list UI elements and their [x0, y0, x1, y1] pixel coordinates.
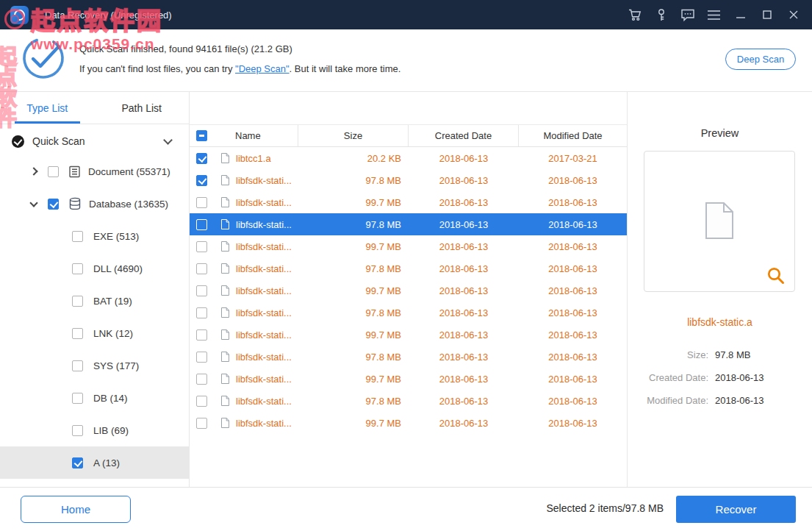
file-size: 97.8 MB [298, 396, 409, 407]
tree-type-item[interactable]: BAT (19) [0, 285, 189, 317]
file-created-date: 2018-06-13 [409, 374, 519, 385]
maximize-button[interactable] [758, 7, 775, 24]
type-label: LNK (12) [93, 328, 133, 339]
recover-button[interactable]: Recover [676, 496, 796, 523]
row-checkbox[interactable] [196, 175, 207, 186]
titlebar: Data Recovery (Unregistered) [0, 0, 812, 29]
deep-scan-link[interactable]: "Deep Scan" [235, 63, 290, 74]
close-button[interactable] [785, 7, 802, 24]
file-modified-date: 2018-06-13 [519, 219, 627, 230]
table-row[interactable]: libtcc1.a20.2 KB2018-06-132017-03-21 [190, 147, 627, 169]
table-row[interactable]: libfsdk-stati...99.7 MB2018-06-132018-06… [190, 279, 627, 302]
type-checkbox[interactable] [72, 328, 83, 339]
table-row[interactable]: libfsdk-stati...97.8 MB2018-06-132018-06… [190, 213, 627, 235]
row-checkbox[interactable] [196, 263, 207, 274]
cart-icon[interactable] [626, 7, 643, 24]
row-checkbox[interactable] [196, 329, 207, 341]
preview-file-icon [705, 202, 734, 242]
file-icon [220, 307, 230, 318]
tree-type-item[interactable]: SYS (177) [0, 349, 189, 382]
tree-type-item[interactable]: A (13) [0, 446, 189, 479]
type-checkbox[interactable] [72, 393, 83, 404]
preview-panel: Preview libfsdk-static.a Size:97.8 MB Cr… [627, 92, 812, 487]
tree-type-item[interactable]: LIB (69) [0, 414, 189, 446]
scan-root-row[interactable]: Quick Scan [0, 127, 189, 155]
feedback-icon[interactable] [679, 7, 696, 24]
row-checkbox[interactable] [196, 241, 207, 252]
file-size: 99.7 MB [298, 418, 409, 429]
file-modified-date: 2018-06-13 [519, 263, 627, 274]
row-checkbox[interactable] [196, 219, 207, 230]
preview-modified-label: Modified Date: [628, 395, 708, 406]
row-checkbox[interactable] [196, 418, 207, 429]
group-checkbox[interactable] [48, 166, 59, 177]
column-header-created-date[interactable]: Created Date [409, 125, 519, 146]
row-checkbox[interactable] [196, 396, 207, 407]
row-checkbox[interactable] [196, 307, 207, 318]
column-header-modified-date[interactable]: Modified Date [519, 125, 627, 146]
file-modified-date: 2018-06-13 [519, 396, 627, 407]
select-all-checkbox[interactable] [196, 130, 207, 141]
row-checkbox[interactable] [196, 197, 207, 208]
file-icon [220, 152, 230, 164]
row-checkbox[interactable] [196, 153, 207, 164]
type-checkbox[interactable] [72, 231, 83, 242]
file-list-panel: Name Size Created Date Modified Date lib… [190, 92, 627, 487]
file-name: libfsdk-stati... [236, 352, 292, 363]
sidebar: Type List Path List Quick Scan Document … [0, 92, 190, 487]
type-label: A (13) [93, 457, 120, 468]
table-row[interactable]: libfsdk-stati...97.8 MB2018-06-132018-06… [190, 346, 627, 368]
deep-scan-button[interactable]: Deep Scan [725, 49, 796, 70]
tree-type-item[interactable]: LNK (12) [0, 317, 189, 349]
column-header-name[interactable]: Name [213, 125, 298, 146]
preview-box [644, 151, 795, 292]
type-checkbox[interactable] [72, 296, 83, 307]
row-checkbox[interactable] [196, 285, 207, 296]
chevron-down-icon[interactable] [163, 135, 173, 145]
hint-prefix: If you can't find lost files, you can tr… [79, 63, 235, 74]
tree-type-item[interactable]: DLL (4690) [0, 252, 189, 285]
table-row[interactable]: libfsdk-stati...99.7 MB2018-06-132018-06… [190, 412, 627, 434]
scan-summary: Quick Scan finished, found 94161 file(s)… [79, 43, 292, 54]
type-label: LIB (69) [93, 425, 129, 436]
type-checkbox[interactable] [72, 360, 83, 371]
file-size: 99.7 MB [298, 285, 409, 296]
tab-path-list[interactable]: Path List [95, 92, 190, 124]
file-icon [220, 285, 230, 296]
tree-type-item[interactable]: DB (14) [0, 382, 189, 414]
column-header-size[interactable]: Size [298, 125, 409, 146]
file-icon [220, 373, 230, 385]
row-checkbox[interactable] [196, 352, 207, 363]
file-name: libfsdk-stati... [236, 241, 292, 252]
file-name: libfsdk-stati... [236, 418, 292, 429]
type-checkbox[interactable] [72, 425, 83, 436]
preview-file-name: libfsdk-static.a [628, 316, 812, 328]
type-checkbox[interactable] [72, 457, 83, 468]
table-row[interactable]: libfsdk-stati...97.8 MB2018-06-132018-06… [190, 169, 627, 191]
tree-type-item[interactable]: EXE (513) [0, 220, 189, 252]
minimize-button[interactable] [732, 7, 749, 24]
table-row[interactable]: libfsdk-stati...99.7 MB2018-06-132018-06… [190, 235, 627, 257]
chevron-right-icon[interactable] [29, 167, 37, 175]
register-key-icon[interactable] [653, 7, 669, 24]
home-button[interactable]: Home [21, 496, 131, 523]
table-row[interactable]: libfsdk-stati...97.8 MB2018-06-132018-06… [190, 257, 627, 279]
tree-group-document[interactable]: Document (55371) [0, 155, 189, 188]
table-row[interactable]: libfsdk-stati...97.8 MB2018-06-132018-06… [190, 390, 627, 412]
type-checkbox[interactable] [72, 263, 83, 274]
table-row[interactable]: libfsdk-stati...99.7 MB2018-06-132018-06… [190, 368, 627, 390]
file-size: 99.7 MB [298, 374, 409, 385]
file-name: libfsdk-stati... [236, 197, 292, 208]
menu-icon[interactable] [705, 7, 722, 24]
file-name: libtcc1.a [236, 153, 271, 164]
chevron-down-icon[interactable] [29, 199, 37, 207]
row-checkbox[interactable] [196, 374, 207, 385]
tab-type-list[interactable]: Type List [0, 92, 95, 124]
table-row[interactable]: libfsdk-stati...99.7 MB2018-06-132018-06… [190, 324, 627, 346]
group-checkbox[interactable] [48, 199, 59, 210]
tree-group-database[interactable]: Database (13635) [0, 188, 189, 220]
zoom-icon[interactable] [766, 266, 786, 285]
table-row[interactable]: libfsdk-stati...99.7 MB2018-06-132018-06… [190, 191, 627, 213]
table-header: Name Size Created Date Modified Date [190, 124, 627, 147]
table-row[interactable]: libfsdk-stati...97.8 MB2018-06-132018-06… [190, 302, 627, 324]
